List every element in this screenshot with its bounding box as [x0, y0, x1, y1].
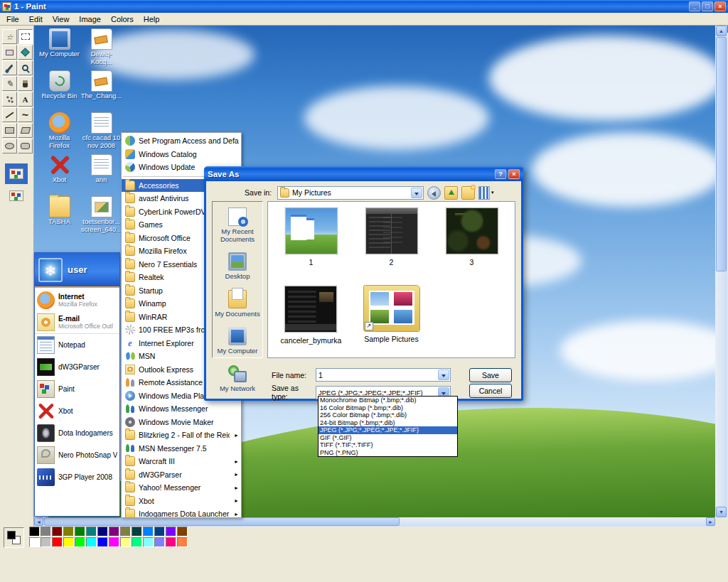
selection-option-opaque[interactable]	[5, 163, 28, 184]
vertical-scrollbar[interactable]	[715, 26, 727, 517]
program-menu-item[interactable]: Indogamers Dota Launcher ►	[122, 507, 241, 518]
fill-tool[interactable]	[18, 45, 33, 60]
color-swatch[interactable]	[177, 527, 188, 537]
places-bar-item[interactable]: My Computer	[213, 327, 262, 355]
menu-item[interactable]: Edit	[24, 14, 48, 25]
airbrush-tool[interactable]	[2, 92, 17, 107]
select-tool[interactable]	[18, 29, 33, 44]
color-swatch[interactable]	[52, 537, 63, 547]
save-in-combobox[interactable]: My Pictures	[277, 186, 424, 200]
color-swatch[interactable]	[29, 537, 40, 547]
scroll-left-icon[interactable]	[34, 517, 43, 526]
start-menu-item[interactable]: Internet Mozilla Firefox	[35, 289, 119, 311]
file-type-option[interactable]: JPEG (*.JPG;*.JPEG;*.JPE;*.JFIF)	[318, 426, 457, 434]
color-swatch[interactable]	[75, 527, 85, 537]
file-item[interactable]: Sample Pictures	[364, 286, 419, 358]
color-swatch[interactable]	[143, 537, 154, 547]
menu-item[interactable]: Image	[74, 14, 106, 25]
dialog-close-button[interactable]: ×	[508, 169, 520, 179]
program-menu-item[interactable]: Windows Catalog	[122, 148, 241, 161]
brush-tool[interactable]	[18, 76, 33, 91]
color-swatch[interactable]	[143, 527, 154, 537]
save-button[interactable]: Save	[469, 368, 512, 382]
views-menu-icon[interactable]	[478, 186, 490, 200]
freeform-select-tool[interactable]	[2, 29, 17, 44]
rectangle-tool[interactable]	[2, 123, 17, 138]
program-menu-item[interactable]: Yahoo! Messenger ►	[122, 481, 241, 495]
menu-item[interactable]: Help	[139, 14, 165, 25]
start-menu-item[interactable]: 3GP Player 2008	[35, 466, 119, 488]
pencil-tool[interactable]	[2, 76, 17, 91]
chevron-down-icon[interactable]	[411, 188, 422, 198]
program-menu-item[interactable]: Xbot ►	[122, 495, 241, 508]
color-swatch[interactable]	[86, 527, 97, 537]
program-menu-item[interactable]: MSN Messenger 7.5	[122, 442, 241, 456]
vertical-scroll-thumb[interactable]	[716, 37, 727, 271]
color-swatch[interactable]	[177, 537, 188, 547]
menu-item[interactable]: Colors	[106, 14, 139, 25]
up-level-icon[interactable]	[444, 186, 458, 200]
color-swatch[interactable]	[109, 537, 119, 547]
places-bar-item[interactable]: Desktop	[213, 252, 262, 281]
file-type-option[interactable]: GIF (*.GIF)	[318, 434, 457, 442]
menu-item[interactable]: File	[1, 14, 24, 25]
start-menu-item[interactable]: Notepad	[35, 334, 119, 356]
magnifier-tool[interactable]	[18, 60, 33, 75]
file-type-option[interactable]: 16 Color Bitmap (*.bmp;*.dib)	[318, 404, 457, 412]
cancel-button[interactable]: Cancel	[469, 384, 512, 398]
file-type-option[interactable]: 24-bit Bitmap (*.bmp;*.dib)	[318, 419, 457, 427]
curve-tool[interactable]	[18, 107, 33, 122]
program-menu-item[interactable]: dW3GParser ►	[122, 468, 241, 482]
help-button[interactable]: ?	[495, 169, 506, 179]
start-menu-item[interactable]: E-mail Microsoft Office Outl	[35, 311, 119, 334]
color-swatch[interactable]	[120, 527, 131, 537]
file-item[interactable]: 3	[446, 208, 498, 286]
back-icon[interactable]	[427, 186, 441, 200]
color-swatch[interactable]	[63, 537, 74, 547]
color-swatch[interactable]	[132, 527, 142, 537]
close-button[interactable]: ×	[714, 1, 726, 11]
new-folder-icon[interactable]	[461, 186, 475, 200]
file-type-option[interactable]: Monochrome Bitmap (*.bmp;*.dib)	[318, 397, 457, 404]
rounded-rectangle-tool[interactable]	[18, 139, 33, 153]
color-picker-tool[interactable]	[2, 60, 17, 75]
start-menu-item[interactable]: Dota Indogamers	[35, 422, 119, 444]
scroll-right-icon[interactable]	[706, 517, 715, 526]
color-swatch[interactable]	[52, 527, 63, 537]
color-swatch[interactable]	[109, 527, 119, 537]
file-name-input[interactable]: 1	[316, 368, 451, 382]
file-type-option[interactable]: PNG (*.PNG)	[318, 449, 457, 457]
minimize-button[interactable]: _	[689, 1, 700, 11]
color-swatch[interactable]	[166, 527, 176, 537]
scroll-up-icon[interactable]	[716, 26, 727, 36]
line-tool[interactable]	[2, 107, 17, 122]
color-swatch[interactable]	[41, 527, 51, 537]
file-type-option[interactable]: TIFF (*.TIF;*.TIFF)	[318, 441, 457, 449]
color-swatch[interactable]	[154, 527, 165, 537]
color-swatch[interactable]	[41, 537, 51, 547]
file-item[interactable]: 1	[285, 208, 338, 286]
places-bar-item[interactable]: My Network	[213, 365, 262, 393]
color-swatch[interactable]	[75, 537, 85, 547]
file-item[interactable]: 2	[365, 208, 418, 286]
program-menu-item[interactable]: Blitzkrieg 2 - Fall of the Reich ►	[122, 429, 241, 442]
scroll-down-icon[interactable]	[716, 507, 727, 517]
text-tool[interactable]	[18, 92, 33, 107]
color-swatch[interactable]	[120, 537, 131, 547]
chevron-down-icon[interactable]	[438, 370, 449, 380]
places-bar-item[interactable]: My Recent Documents	[213, 208, 262, 243]
color-swatch[interactable]	[97, 537, 108, 547]
selection-option-transparent[interactable]	[5, 185, 28, 206]
color-swatch[interactable]	[29, 527, 40, 537]
program-menu-item[interactable]: Windows Movie Maker	[122, 416, 241, 429]
color-swatch[interactable]	[97, 527, 108, 537]
polygon-tool[interactable]	[18, 123, 33, 138]
maximize-button[interactable]: □	[702, 1, 713, 11]
color-swatch[interactable]	[132, 537, 142, 547]
ellipse-tool[interactable]	[2, 139, 17, 153]
horizontal-scrollbar[interactable]	[34, 517, 715, 527]
menu-item[interactable]: View	[48, 14, 75, 25]
eraser-tool[interactable]	[2, 45, 17, 60]
program-menu-item[interactable]: Warcraft III ►	[122, 455, 241, 468]
start-menu-item[interactable]: dW3GParser	[35, 356, 119, 378]
